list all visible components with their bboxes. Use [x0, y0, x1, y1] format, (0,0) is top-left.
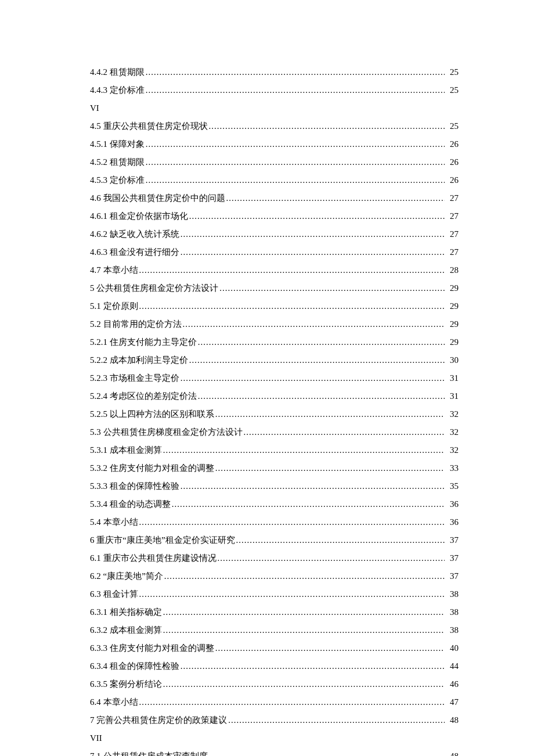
- toc-entry-page: 36: [446, 515, 459, 530]
- toc-entry-page: 44: [446, 659, 459, 674]
- toc-entry-page: 36: [446, 497, 459, 512]
- toc-entry-page: 25: [446, 83, 459, 98]
- toc-dot-leader: [146, 155, 445, 170]
- toc-entry-label: 4.5.2 租赁期限: [90, 155, 145, 170]
- toc-entry-page: 29: [446, 299, 459, 314]
- toc-entry: 5.4 本章小结 36: [90, 515, 459, 530]
- toc-entry: 6.1 重庆市公共租赁住房建设情况 37: [90, 551, 459, 566]
- toc-entry-label: 5 公共租赁住房租金定价方法设计: [90, 281, 218, 296]
- toc-dot-leader: [215, 461, 445, 476]
- toc-entry: 5.2.4 考虑区位的差别定价法 31: [90, 389, 459, 404]
- toc-dot-leader: [139, 263, 445, 278]
- toc-dot-leader: [146, 137, 445, 152]
- toc-entry-label: 6.3.5 案例分析结论: [90, 677, 162, 692]
- toc-entry: 4.4.2 租赁期限 25: [90, 65, 459, 80]
- toc-entry-page: 27: [446, 245, 459, 260]
- toc-entry-label: 4.6.1 租金定价依据市场化: [90, 209, 188, 224]
- toc-dot-leader: [163, 605, 445, 620]
- toc-dot-leader: [139, 299, 445, 314]
- toc-entry-label: 4.5 重庆公共租赁住房定价现状: [90, 119, 208, 134]
- toc-entry-label: 5.2.2 成本加利润主导定价: [90, 353, 188, 368]
- toc-entry-page: 37: [446, 533, 459, 548]
- toc-dot-leader: [163, 623, 445, 638]
- toc-entry: 6.3.4 租金的保障性检验 44: [90, 659, 459, 674]
- toc-entry-label: 5.4 本章小结: [90, 515, 138, 530]
- toc-dot-leader: [218, 551, 445, 566]
- toc-dot-leader: [146, 83, 445, 98]
- toc-entry-label: 5.3 公共租赁住房梯度租金定价方法设计: [90, 425, 243, 440]
- toc-entry-page: 47: [446, 695, 459, 710]
- toc-entry-label: 6.3.3 住房支付能力对租金的调整: [90, 641, 214, 656]
- toc-entry: 6.3.1 相关指标确定 38: [90, 605, 459, 620]
- toc-entry: 5.2.1 住房支付能力主导定价 29: [90, 335, 459, 350]
- toc-entry-page: 29: [446, 317, 459, 332]
- toc-dot-leader: [219, 281, 445, 296]
- toc-dot-leader: [198, 389, 445, 404]
- toc-entry-page: 26: [446, 137, 459, 152]
- toc-entry: 4.6 我国公共租赁住房定价中的问题 27: [90, 191, 459, 206]
- toc-dot-leader: [215, 407, 445, 422]
- toc-entry: 6.3.3 住房支付能力对租金的调整 40: [90, 641, 459, 656]
- toc-entry: 6.4 本章小结 47: [90, 695, 459, 710]
- toc-entry-page: 29: [446, 335, 459, 350]
- toc-dot-leader: [146, 65, 445, 80]
- toc-entry: 4.5.1 保障对象 26: [90, 137, 459, 152]
- toc-entry: 6.3 租金计算 38: [90, 587, 459, 602]
- toc-dot-leader: [226, 191, 445, 206]
- toc-entry-label: 6.3 租金计算: [90, 587, 138, 602]
- toc-entry: 5.2.2 成本加利润主导定价 30: [90, 353, 459, 368]
- toc-entry-label: 7 完善公共租赁住房定价的政策建议: [90, 713, 227, 728]
- toc-entry: 5.3.3 租金的保障性检验 35: [90, 479, 459, 494]
- toc-entry-page: 32: [446, 443, 459, 458]
- toc-entry-label: 4.6.2 缺乏收入统计系统: [90, 227, 179, 242]
- toc-entry-page: 26: [446, 173, 459, 188]
- toc-entry-page: 46: [446, 677, 459, 692]
- toc-entry-page: 25: [446, 65, 459, 80]
- toc-entry: 5.3.4 租金的动态调整 36: [90, 497, 459, 512]
- toc-dot-leader: [139, 515, 445, 530]
- toc-entry-label: 5.1 定价原则: [90, 299, 138, 314]
- toc-roman-marker: VI: [90, 101, 459, 116]
- toc-dot-leader: [198, 335, 445, 350]
- toc-entry: 4.7 本章小结 28: [90, 263, 459, 278]
- toc-entry-page: 31: [446, 389, 459, 404]
- toc-roman-marker: VII: [90, 731, 459, 746]
- toc-dot-leader: [215, 641, 445, 656]
- toc-entry-label: 6.2 “康庄美地”简介: [90, 569, 163, 584]
- toc-entry: 4.4.3 定价标准 25: [90, 83, 459, 98]
- toc-dot-leader: [146, 173, 445, 188]
- toc-entry-label: 4.7 本章小结: [90, 263, 138, 278]
- toc-dot-leader: [181, 227, 445, 242]
- toc-entry-page: 38: [446, 587, 459, 602]
- toc-entry-label: 4.5.1 保障对象: [90, 137, 145, 152]
- toc-entry: 4.5 重庆公共租赁住房定价现状 25: [90, 119, 459, 134]
- toc-entry-page: 33: [446, 461, 459, 476]
- toc-entry-label: 4.6 我国公共租赁住房定价中的问题: [90, 191, 225, 206]
- toc-entry: 5.2 目前常用的定价方法 29: [90, 317, 459, 332]
- toc-dot-leader: [181, 245, 445, 260]
- toc-dot-leader: [209, 119, 445, 134]
- toc-entry-label: 6.3.1 相关指标确定: [90, 605, 162, 620]
- toc-entry: 7 完善公共租赁住房定价的政策建议 48: [90, 713, 459, 728]
- toc-entry: 6.3.2 成本租金测算 38: [90, 623, 459, 638]
- toc-dot-leader: [181, 479, 445, 494]
- toc-entry-label: 4.5.3 定价标准: [90, 173, 145, 188]
- toc-dot-leader: [163, 677, 445, 692]
- toc-entry-page: 27: [446, 227, 459, 242]
- toc-dot-leader: [189, 209, 445, 224]
- toc-entry-label: 4.4.2 租赁期限: [90, 65, 145, 80]
- toc-entry: 6 重庆市“康庄美地”租金定价实证研究 37: [90, 533, 459, 548]
- toc-entry: 4.6.2 缺乏收入统计系统 27: [90, 227, 459, 242]
- toc-entry-label: 5.2.1 住房支付能力主导定价: [90, 335, 197, 350]
- toc-entry-page: 27: [446, 209, 459, 224]
- toc-entry-page: 26: [446, 155, 459, 170]
- toc-entry-label: 5.2 目前常用的定价方法: [90, 317, 182, 332]
- toc-entry-page: 30: [446, 353, 459, 368]
- toc-entry-label: 6.3.4 租金的保障性检验: [90, 659, 179, 674]
- toc-entry-page: 37: [446, 551, 459, 566]
- toc-entry-page: 25: [446, 119, 459, 134]
- toc-entry-page: 35: [446, 479, 459, 494]
- toc-entry-page: 31: [446, 371, 459, 386]
- toc-entry-label: 5.2.4 考虑区位的差别定价法: [90, 389, 197, 404]
- toc-entry-page: 28: [446, 263, 459, 278]
